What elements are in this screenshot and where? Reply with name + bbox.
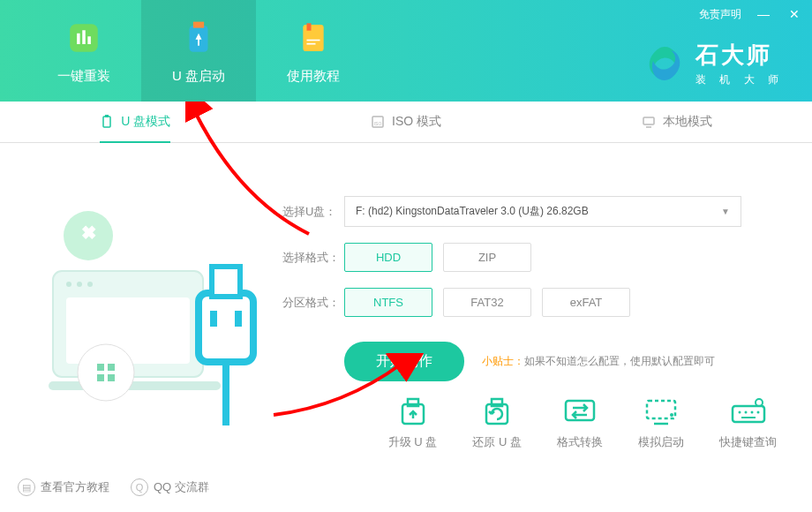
restore-icon <box>477 395 516 427</box>
illustration <box>35 178 265 390</box>
tab-iso-label: ISO 模式 <box>392 114 441 130</box>
disclaimer-link[interactable]: 免责声明 <box>699 7 741 22</box>
svg-rect-10 <box>103 117 110 127</box>
start-button[interactable]: 开始制作 <box>344 342 464 381</box>
action-convert-label: 格式转换 <box>557 434 603 450</box>
tutorial-icon <box>292 17 335 59</box>
link-qq-group[interactable]: Q QQ 交流群 <box>131 478 209 496</box>
action-upgrade-usb[interactable]: 升级 U 盘 <box>388 395 438 450</box>
svg-rect-31 <box>212 267 240 297</box>
svg-point-18 <box>77 282 82 287</box>
partition-format-label: 分区格式： <box>282 295 344 311</box>
svg-rect-1 <box>77 34 80 44</box>
qq-icon: Q <box>131 478 148 496</box>
nav-usb[interactable]: U 盘启动 <box>141 0 256 102</box>
svg-rect-3 <box>87 36 91 44</box>
svg-point-43 <box>750 411 753 414</box>
action-convert-format[interactable]: 格式转换 <box>557 395 603 450</box>
svg-rect-34 <box>486 404 508 424</box>
svg-point-19 <box>87 282 93 287</box>
action-simulate-boot[interactable]: 模拟启动 <box>638 395 684 450</box>
disk-opt-zip[interactable]: ZIP <box>443 243 531 272</box>
svg-rect-24 <box>97 364 104 371</box>
svg-rect-14 <box>643 117 654 124</box>
tab-iso-mode[interactable]: ISO ISO 模式 <box>271 102 542 142</box>
brand-title: 石大师 <box>695 40 784 71</box>
action-restore-label: 还原 U 盘 <box>472 434 522 450</box>
svg-point-44 <box>756 411 759 414</box>
monitor-icon <box>642 115 656 129</box>
svg-rect-9 <box>307 43 316 45</box>
title-bar: 免责声明 — ✕ <box>690 0 812 28</box>
tab-usb-label: U 盘模式 <box>121 114 170 130</box>
svg-point-42 <box>744 411 747 414</box>
svg-rect-28 <box>199 293 253 362</box>
usb-select-value: F: (hd2) KingstonDataTraveler 3.0 (U盘) 2… <box>356 204 589 219</box>
svg-point-41 <box>738 411 741 414</box>
svg-point-17 <box>66 282 71 287</box>
brand: 石大师 装 机 大 师 <box>644 40 784 87</box>
link-qq-label: QQ 交流群 <box>154 479 209 495</box>
upgrade-icon <box>394 395 432 427</box>
svg-rect-33 <box>408 399 418 406</box>
close-button[interactable]: ✕ <box>786 5 803 23</box>
link-tutorial[interactable]: ▤ 查看官方教程 <box>18 478 109 496</box>
simulate-icon <box>642 395 680 427</box>
tip-text: 小贴士：如果不知道怎么配置，使用默认配置即可 <box>482 354 715 369</box>
nav-reinstall-label: 一键重装 <box>57 68 110 85</box>
action-upgrade-label: 升级 U 盘 <box>388 434 438 450</box>
bottom-links: ▤ 查看官方教程 Q QQ 交流群 <box>18 478 209 496</box>
svg-text:ISO: ISO <box>374 121 382 126</box>
part-opt-fat32[interactable]: FAT32 <box>443 288 531 317</box>
svg-rect-8 <box>307 40 320 41</box>
svg-rect-11 <box>105 115 109 117</box>
form-area: 选择U盘： F: (hd2) KingstonDataTraveler 3.0 … <box>265 178 786 390</box>
mode-tabs: U 盘模式 ISO ISO 模式 本地模式 <box>0 102 812 143</box>
action-shortcut-label: 快捷键查询 <box>719 434 777 450</box>
action-simulate-label: 模拟启动 <box>638 434 684 450</box>
svg-point-39 <box>670 413 673 417</box>
app-header: 一键重装 U 盘启动 使用教程 免责声明 — ✕ 石大师 装 机 大 师 <box>0 0 812 102</box>
book-icon: ▤ <box>18 478 35 496</box>
tip-label: 小贴士： <box>482 355 524 367</box>
svg-rect-6 <box>303 25 323 51</box>
chevron-down-icon: ▼ <box>721 207 730 216</box>
nav-tutorial-label: 使用教程 <box>287 68 340 85</box>
part-opt-ntfs[interactable]: NTFS <box>344 288 432 317</box>
nav-usb-label: U 盘启动 <box>172 68 225 85</box>
disk-opt-hdd[interactable]: HDD <box>344 243 432 272</box>
tab-usb-mode[interactable]: U 盘模式 <box>0 102 271 142</box>
svg-line-47 <box>762 405 764 408</box>
footer-actions: 升级 U 盘 还原 U 盘 格式转换 模拟启动 快捷键查询 <box>0 378 812 468</box>
nav-tabs: 一键重装 U 盘启动 使用教程 <box>0 0 371 102</box>
disk-format-label: 选择格式： <box>282 250 344 266</box>
usb-boot-icon <box>177 17 220 59</box>
iso-icon: ISO <box>371 115 385 129</box>
main-content: 选择U盘： F: (hd2) KingstonDataTraveler 3.0 … <box>0 143 812 408</box>
nav-reinstall[interactable]: 一键重装 <box>26 0 141 102</box>
usb-select-label: 选择U盘： <box>282 204 344 220</box>
nav-tutorial[interactable]: 使用教程 <box>256 0 371 102</box>
svg-rect-5 <box>193 22 204 28</box>
action-restore-usb[interactable]: 还原 U 盘 <box>472 395 522 450</box>
brand-subtitle: 装 机 大 师 <box>695 72 784 87</box>
tab-local-label: 本地模式 <box>663 114 712 130</box>
svg-rect-25 <box>108 364 115 371</box>
svg-rect-7 <box>307 23 312 30</box>
brand-logo-icon <box>644 43 685 84</box>
svg-rect-2 <box>82 30 86 44</box>
svg-rect-35 <box>492 399 502 406</box>
svg-rect-40 <box>733 406 764 422</box>
tab-local-mode[interactable]: 本地模式 <box>541 102 812 142</box>
usb-icon <box>100 115 114 129</box>
convert-icon <box>560 395 599 427</box>
link-tutorial-label: 查看官方教程 <box>41 479 109 495</box>
keyboard-icon <box>729 395 768 427</box>
action-shortcut-query[interactable]: 快捷键查询 <box>719 395 777 450</box>
reinstall-icon <box>63 17 105 59</box>
usb-select[interactable]: F: (hd2) KingstonDataTraveler 3.0 (U盘) 2… <box>344 196 741 227</box>
minimize-button[interactable]: — <box>754 5 773 23</box>
part-opt-exfat[interactable]: exFAT <box>542 288 630 317</box>
svg-rect-36 <box>566 401 594 420</box>
